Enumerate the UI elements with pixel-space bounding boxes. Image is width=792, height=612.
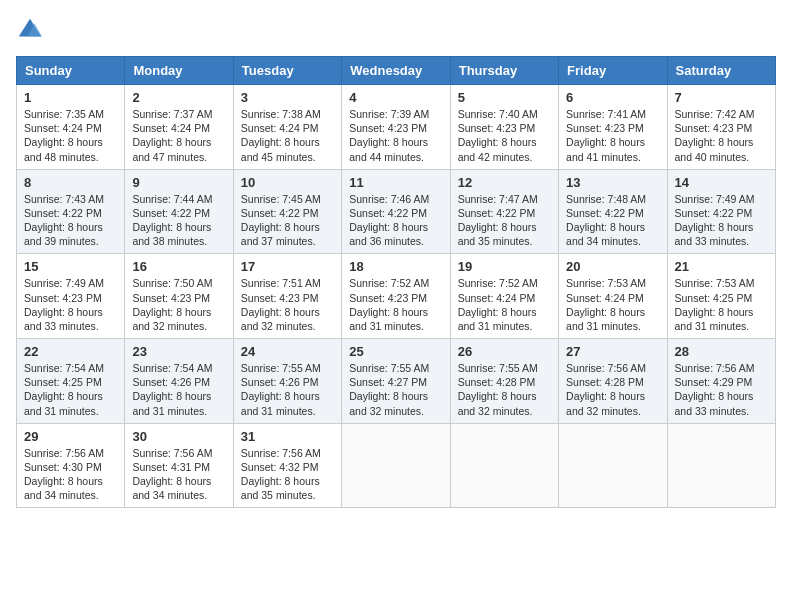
calendar-cell: 31 Sunrise: 7:56 AMSunset: 4:32 PMDaylig… <box>233 423 341 508</box>
cell-text: Sunrise: 7:56 AMSunset: 4:29 PMDaylight:… <box>675 362 755 417</box>
cell-text: Sunrise: 7:55 AMSunset: 4:26 PMDaylight:… <box>241 362 321 417</box>
calendar-cell: 13 Sunrise: 7:48 AMSunset: 4:22 PMDaylig… <box>559 169 667 254</box>
header <box>16 16 776 44</box>
week-row-3: 15 Sunrise: 7:49 AMSunset: 4:23 PMDaylig… <box>17 254 776 339</box>
cell-text: Sunrise: 7:56 AMSunset: 4:31 PMDaylight:… <box>132 447 212 502</box>
calendar-cell: 26 Sunrise: 7:55 AMSunset: 4:28 PMDaylig… <box>450 339 558 424</box>
day-number: 5 <box>458 90 551 105</box>
day-number: 31 <box>241 429 334 444</box>
weekday-header-friday: Friday <box>559 57 667 85</box>
calendar-cell: 20 Sunrise: 7:53 AMSunset: 4:24 PMDaylig… <box>559 254 667 339</box>
calendar-cell: 18 Sunrise: 7:52 AMSunset: 4:23 PMDaylig… <box>342 254 450 339</box>
calendar-cell: 6 Sunrise: 7:41 AMSunset: 4:23 PMDayligh… <box>559 85 667 170</box>
calendar-cell <box>342 423 450 508</box>
week-row-5: 29 Sunrise: 7:56 AMSunset: 4:30 PMDaylig… <box>17 423 776 508</box>
calendar-cell <box>667 423 775 508</box>
calendar-cell: 28 Sunrise: 7:56 AMSunset: 4:29 PMDaylig… <box>667 339 775 424</box>
day-number: 27 <box>566 344 659 359</box>
calendar-cell: 24 Sunrise: 7:55 AMSunset: 4:26 PMDaylig… <box>233 339 341 424</box>
cell-text: Sunrise: 7:44 AMSunset: 4:22 PMDaylight:… <box>132 193 212 248</box>
day-number: 29 <box>24 429 117 444</box>
calendar-cell: 15 Sunrise: 7:49 AMSunset: 4:23 PMDaylig… <box>17 254 125 339</box>
logo-icon <box>16 16 44 44</box>
day-number: 10 <box>241 175 334 190</box>
cell-text: Sunrise: 7:50 AMSunset: 4:23 PMDaylight:… <box>132 277 212 332</box>
calendar-cell: 30 Sunrise: 7:56 AMSunset: 4:31 PMDaylig… <box>125 423 233 508</box>
calendar-cell: 1 Sunrise: 7:35 AMSunset: 4:24 PMDayligh… <box>17 85 125 170</box>
weekday-header-thursday: Thursday <box>450 57 558 85</box>
week-row-1: 1 Sunrise: 7:35 AMSunset: 4:24 PMDayligh… <box>17 85 776 170</box>
cell-text: Sunrise: 7:49 AMSunset: 4:23 PMDaylight:… <box>24 277 104 332</box>
day-number: 12 <box>458 175 551 190</box>
day-number: 20 <box>566 259 659 274</box>
cell-text: Sunrise: 7:40 AMSunset: 4:23 PMDaylight:… <box>458 108 538 163</box>
cell-text: Sunrise: 7:43 AMSunset: 4:22 PMDaylight:… <box>24 193 104 248</box>
cell-text: Sunrise: 7:53 AMSunset: 4:25 PMDaylight:… <box>675 277 755 332</box>
weekday-header-row: SundayMondayTuesdayWednesdayThursdayFrid… <box>17 57 776 85</box>
calendar-cell: 27 Sunrise: 7:56 AMSunset: 4:28 PMDaylig… <box>559 339 667 424</box>
cell-text: Sunrise: 7:38 AMSunset: 4:24 PMDaylight:… <box>241 108 321 163</box>
cell-text: Sunrise: 7:41 AMSunset: 4:23 PMDaylight:… <box>566 108 646 163</box>
day-number: 15 <box>24 259 117 274</box>
day-number: 28 <box>675 344 768 359</box>
day-number: 14 <box>675 175 768 190</box>
calendar-cell: 3 Sunrise: 7:38 AMSunset: 4:24 PMDayligh… <box>233 85 341 170</box>
day-number: 8 <box>24 175 117 190</box>
cell-text: Sunrise: 7:37 AMSunset: 4:24 PMDaylight:… <box>132 108 212 163</box>
cell-text: Sunrise: 7:47 AMSunset: 4:22 PMDaylight:… <box>458 193 538 248</box>
calendar-cell: 17 Sunrise: 7:51 AMSunset: 4:23 PMDaylig… <box>233 254 341 339</box>
calendar-cell: 29 Sunrise: 7:56 AMSunset: 4:30 PMDaylig… <box>17 423 125 508</box>
day-number: 18 <box>349 259 442 274</box>
day-number: 21 <box>675 259 768 274</box>
day-number: 1 <box>24 90 117 105</box>
calendar-cell: 19 Sunrise: 7:52 AMSunset: 4:24 PMDaylig… <box>450 254 558 339</box>
day-number: 4 <box>349 90 442 105</box>
cell-text: Sunrise: 7:52 AMSunset: 4:24 PMDaylight:… <box>458 277 538 332</box>
calendar-cell <box>559 423 667 508</box>
cell-text: Sunrise: 7:52 AMSunset: 4:23 PMDaylight:… <box>349 277 429 332</box>
cell-text: Sunrise: 7:46 AMSunset: 4:22 PMDaylight:… <box>349 193 429 248</box>
cell-text: Sunrise: 7:42 AMSunset: 4:23 PMDaylight:… <box>675 108 755 163</box>
cell-text: Sunrise: 7:53 AMSunset: 4:24 PMDaylight:… <box>566 277 646 332</box>
day-number: 6 <box>566 90 659 105</box>
day-number: 30 <box>132 429 225 444</box>
cell-text: Sunrise: 7:55 AMSunset: 4:27 PMDaylight:… <box>349 362 429 417</box>
week-row-2: 8 Sunrise: 7:43 AMSunset: 4:22 PMDayligh… <box>17 169 776 254</box>
calendar-cell <box>450 423 558 508</box>
cell-text: Sunrise: 7:54 AMSunset: 4:25 PMDaylight:… <box>24 362 104 417</box>
calendar-cell: 14 Sunrise: 7:49 AMSunset: 4:22 PMDaylig… <box>667 169 775 254</box>
calendar-cell: 23 Sunrise: 7:54 AMSunset: 4:26 PMDaylig… <box>125 339 233 424</box>
cell-text: Sunrise: 7:39 AMSunset: 4:23 PMDaylight:… <box>349 108 429 163</box>
calendar-cell: 21 Sunrise: 7:53 AMSunset: 4:25 PMDaylig… <box>667 254 775 339</box>
week-row-4: 22 Sunrise: 7:54 AMSunset: 4:25 PMDaylig… <box>17 339 776 424</box>
day-number: 7 <box>675 90 768 105</box>
logo <box>16 16 48 44</box>
weekday-header-sunday: Sunday <box>17 57 125 85</box>
day-number: 9 <box>132 175 225 190</box>
cell-text: Sunrise: 7:55 AMSunset: 4:28 PMDaylight:… <box>458 362 538 417</box>
cell-text: Sunrise: 7:56 AMSunset: 4:28 PMDaylight:… <box>566 362 646 417</box>
calendar-cell: 16 Sunrise: 7:50 AMSunset: 4:23 PMDaylig… <box>125 254 233 339</box>
day-number: 17 <box>241 259 334 274</box>
day-number: 19 <box>458 259 551 274</box>
calendar-cell: 12 Sunrise: 7:47 AMSunset: 4:22 PMDaylig… <box>450 169 558 254</box>
day-number: 26 <box>458 344 551 359</box>
day-number: 23 <box>132 344 225 359</box>
cell-text: Sunrise: 7:45 AMSunset: 4:22 PMDaylight:… <box>241 193 321 248</box>
cell-text: Sunrise: 7:48 AMSunset: 4:22 PMDaylight:… <box>566 193 646 248</box>
weekday-header-tuesday: Tuesday <box>233 57 341 85</box>
day-number: 13 <box>566 175 659 190</box>
weekday-header-saturday: Saturday <box>667 57 775 85</box>
calendar-cell: 22 Sunrise: 7:54 AMSunset: 4:25 PMDaylig… <box>17 339 125 424</box>
calendar-cell: 10 Sunrise: 7:45 AMSunset: 4:22 PMDaylig… <box>233 169 341 254</box>
cell-text: Sunrise: 7:51 AMSunset: 4:23 PMDaylight:… <box>241 277 321 332</box>
calendar-cell: 2 Sunrise: 7:37 AMSunset: 4:24 PMDayligh… <box>125 85 233 170</box>
day-number: 2 <box>132 90 225 105</box>
calendar-cell: 8 Sunrise: 7:43 AMSunset: 4:22 PMDayligh… <box>17 169 125 254</box>
day-number: 22 <box>24 344 117 359</box>
weekday-header-wednesday: Wednesday <box>342 57 450 85</box>
calendar: SundayMondayTuesdayWednesdayThursdayFrid… <box>16 56 776 508</box>
calendar-cell: 4 Sunrise: 7:39 AMSunset: 4:23 PMDayligh… <box>342 85 450 170</box>
cell-text: Sunrise: 7:56 AMSunset: 4:32 PMDaylight:… <box>241 447 321 502</box>
day-number: 16 <box>132 259 225 274</box>
